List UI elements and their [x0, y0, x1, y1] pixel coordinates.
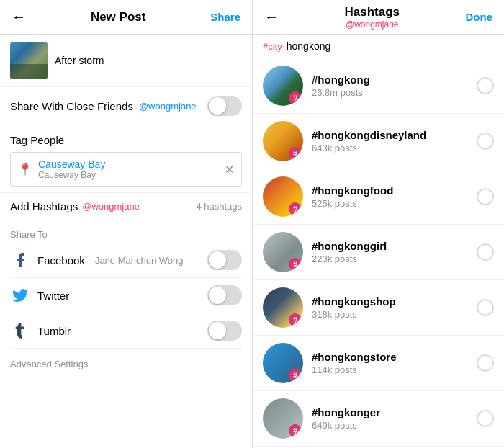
hashtag-item[interactable]: # #hongkongstore 114k posts [253, 336, 504, 391]
hashtag-badge: # [289, 258, 302, 271]
hashtag-name: #hongkonggirl [312, 240, 477, 252]
hashtag-badge: # [289, 91, 302, 104]
hashtag-name: #hongkonger [312, 406, 477, 418]
hashtags-header-username: @wongmjane [346, 19, 399, 30]
left-panel: ← New Post Share After storm Share With … [0, 0, 253, 448]
hashtag-item[interactable]: # #hongkongshop 318k posts [253, 280, 504, 336]
hashtag-thumb: # [263, 232, 303, 272]
hashtag-posts: 525k posts [312, 198, 477, 209]
hashtag-name: #hongkongshop [312, 295, 477, 308]
facebook-name: Facebook [37, 254, 85, 266]
page-title: New Post [91, 10, 146, 24]
hashtag-radio[interactable] [477, 299, 494, 316]
tag-people-label: Tag People [10, 134, 242, 146]
hashtag-info: #hongkong 26.8m posts [312, 73, 477, 98]
left-header: ← New Post Share [0, 0, 252, 35]
hashtag-info: #hongkonger 649k posts [312, 406, 477, 431]
tag-people-section: Tag People 📍 Causeway Bay Causeway Bay ✕ [0, 125, 252, 192]
share-button[interactable]: Share [210, 11, 240, 23]
hashtag-thumb: # [263, 343, 303, 383]
hashtag-badge: # [289, 369, 302, 382]
hashtag-posts: 114k posts [312, 364, 477, 375]
hashtag-thumb: # [263, 176, 303, 217]
hashtag-badge: # [289, 202, 302, 215]
hashtag-posts: 223k posts [312, 254, 477, 264]
hashtag-item[interactable]: # #hongkong 26.8m posts [253, 58, 504, 114]
hashtag-search-bar: #city [253, 35, 504, 58]
hashtag-search-input[interactable] [287, 40, 494, 52]
hashtag-radio[interactable] [477, 243, 494, 261]
hashtag-item[interactable]: # #hongkongdisneyland 643k posts [253, 114, 504, 169]
advanced-settings[interactable]: Advanced Settings [0, 349, 252, 380]
hashtag-name: #hongkongdisneyland [312, 129, 477, 141]
post-preview: After storm [0, 35, 252, 87]
hashtag-item[interactable]: # #hongkongfood 525k posts [253, 169, 504, 225]
hashtags-title: Hashtags [344, 5, 400, 19]
location-left: 📍 Causeway Bay Causeway Bay [18, 158, 105, 180]
post-caption: After storm [55, 55, 104, 66]
hashtag-badge: # [289, 313, 302, 326]
close-friends-toggle[interactable] [207, 96, 242, 116]
close-friends-row: Share With Close Friends @wongmjane [0, 87, 252, 125]
hashtags-username: @wongmjane [82, 201, 140, 212]
hashtag-info: #hongkonggirl 223k posts [312, 240, 477, 264]
hashtag-name: #hongkong [312, 73, 477, 86]
twitter-left: Twitter [10, 285, 69, 305]
facebook-left: Facebook Jane Manchun Wong [10, 250, 184, 270]
hashtag-radio[interactable] [477, 133, 494, 150]
right-panel: ← Hashtags @wongmjane Done #city # #hong… [253, 0, 504, 448]
hashtag-posts: 649k posts [312, 420, 477, 431]
location-icon: 📍 [18, 163, 32, 176]
close-friends-username: @wongmjane [139, 101, 197, 112]
twitter-icon [10, 285, 30, 305]
hashtag-radio[interactable] [477, 77, 494, 94]
close-friends-label: Share With Close Friends [10, 100, 133, 112]
hashtag-radio[interactable] [477, 410, 494, 427]
done-button[interactable]: Done [466, 11, 493, 23]
tumblr-toggle[interactable] [207, 321, 242, 341]
hashtag-name: #hongkongfood [312, 184, 477, 197]
share-to-label: Share To [10, 229, 242, 240]
hashtag-thumb: # [263, 287, 303, 328]
hashtag-list: # #hongkong 26.8m posts # #hongkongdisne… [253, 58, 504, 448]
hashtag-info: #hongkongfood 525k posts [312, 184, 477, 209]
right-header: ← Hashtags @wongmjane Done [253, 0, 504, 35]
tumblr-row: Tumblr [10, 313, 242, 349]
hashtag-badge: # [289, 147, 302, 160]
twitter-toggle[interactable] [207, 285, 242, 305]
hashtag-radio[interactable] [477, 188, 494, 205]
hashtag-info: #hongkongdisneyland 643k posts [312, 129, 477, 153]
hashtag-thumb: # [263, 121, 303, 161]
facebook-row: Facebook Jane Manchun Wong [10, 243, 242, 278]
tumblr-name: Tumblr [37, 325, 71, 337]
hashtag-posts: 643k posts [312, 143, 477, 153]
hashtags-left: Add Hashtags @wongmjane [10, 200, 140, 212]
remove-location-icon[interactable]: ✕ [225, 163, 234, 176]
location-sub: Causeway Bay [38, 170, 105, 180]
hashtag-badge: # [289, 424, 302, 437]
hashtags-back-button[interactable]: ← [264, 9, 279, 25]
twitter-name: Twitter [37, 290, 69, 302]
tumblr-icon [10, 321, 30, 341]
hashtag-item[interactable]: # #hongkonger 649k posts [253, 391, 504, 447]
add-hashtags-row[interactable]: Add Hashtags @wongmjane 4 hashtags [0, 192, 252, 220]
facebook-toggle[interactable] [207, 250, 242, 270]
tumblr-left: Tumblr [10, 321, 71, 341]
facebook-username: Jane Manchun Wong [95, 255, 184, 266]
close-friends-left: Share With Close Friends @wongmjane [10, 100, 197, 112]
hashtag-info: #hongkongshop 318k posts [312, 295, 477, 320]
hashtags-count: 4 hashtags [196, 201, 242, 212]
post-thumbnail [10, 42, 48, 79]
hashtag-info: #hongkongstore 114k posts [312, 351, 477, 375]
hashtag-posts: 318k posts [312, 309, 477, 320]
location-row[interactable]: 📍 Causeway Bay Causeway Bay ✕ [10, 152, 242, 187]
hashtag-radio[interactable] [477, 354, 494, 372]
back-button[interactable]: ← [12, 9, 26, 25]
hashtag-posts: 26.8m posts [312, 87, 477, 98]
hashtag-thumb: # [263, 398, 303, 439]
hashtag-thumb: # [263, 66, 303, 106]
location-text-group: Causeway Bay Causeway Bay [38, 158, 105, 180]
facebook-icon [10, 250, 30, 270]
search-username: #city [263, 41, 282, 52]
hashtag-item[interactable]: # #hongkonggirl 223k posts [253, 225, 504, 280]
